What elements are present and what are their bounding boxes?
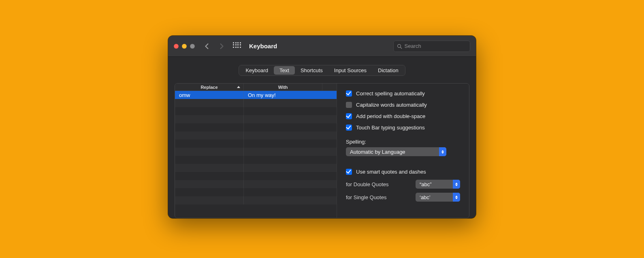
table-row-empty[interactable] (175, 115, 337, 123)
smart-quotes-checkbox[interactable] (346, 169, 352, 175)
double-quotes-label: for Double Quotes (346, 181, 389, 187)
with-cell[interactable]: On my way! (244, 91, 337, 99)
table-row-empty[interactable] (175, 172, 337, 180)
table-row-empty[interactable] (175, 131, 337, 140)
spelling-value: Automatic by Language (350, 149, 405, 155)
single-quotes-label: for Single Quotes (346, 194, 386, 200)
double-space-period-row[interactable]: Add period with double-space (346, 110, 460, 122)
single-quotes-value: ‘abc’ (420, 194, 431, 200)
spelling-select[interactable]: Automatic by Language (346, 147, 446, 156)
table-row-empty[interactable] (175, 164, 337, 172)
double-space-period-checkbox[interactable] (346, 113, 352, 119)
minimize-window-button[interactable] (182, 44, 187, 49)
tab-dictation[interactable]: Dictation (372, 66, 404, 75)
correct-spelling-label: Correct spelling automatically (356, 90, 425, 97)
table-row-empty[interactable] (175, 148, 337, 156)
table-row-empty[interactable] (175, 188, 337, 196)
table-row-empty[interactable] (175, 156, 337, 164)
nav-back-button[interactable] (201, 41, 213, 52)
search-field-wrap[interactable] (393, 41, 470, 52)
select-stepper-icon (453, 193, 460, 202)
zoom-window-button[interactable] (190, 44, 195, 49)
tab-text[interactable]: Text (274, 66, 295, 75)
spelling-label: Spelling: (346, 139, 460, 145)
replacements-table: Replace With omwOn my way! (175, 84, 337, 218)
select-stepper-icon (439, 147, 446, 156)
capitalize-words-label: Capitalize words automatically (356, 102, 427, 108)
search-icon (397, 43, 402, 49)
sort-caret-icon (237, 86, 240, 88)
double-quotes-select[interactable]: “abc” (416, 180, 460, 189)
col-spacer (322, 84, 337, 90)
traffic-lights (174, 44, 195, 49)
tab-keyboard[interactable]: Keyboard (240, 66, 274, 75)
close-window-button[interactable] (174, 44, 179, 49)
table-row-empty[interactable] (175, 99, 337, 107)
double-space-period-label: Add period with double-space (356, 113, 425, 119)
table-row-empty[interactable] (175, 107, 337, 115)
touch-bar-suggestions-row[interactable]: Touch Bar typing suggestions (346, 122, 460, 133)
table-body[interactable]: omwOn my way! (175, 91, 337, 218)
tab-input-sources[interactable]: Input Sources (328, 66, 372, 75)
text-settings: Correct spelling automatically Capitaliz… (337, 84, 469, 218)
correct-spelling-row[interactable]: Correct spelling automatically (346, 88, 460, 99)
titlebar: Keyboard (168, 36, 476, 57)
window-title: Keyboard (249, 43, 277, 49)
table-row-empty[interactable] (175, 180, 337, 188)
single-quotes-select[interactable]: ‘abc’ (416, 193, 460, 202)
select-stepper-icon (453, 180, 460, 189)
nav-forward-button[interactable] (216, 41, 227, 52)
svg-line-1 (401, 47, 402, 48)
col-with-header[interactable]: With (244, 84, 322, 90)
touch-bar-suggestions-label: Touch Bar typing suggestions (356, 125, 425, 131)
smart-quotes-row[interactable]: Use smart quotes and dashes (346, 166, 460, 177)
replace-cell[interactable]: omw (175, 91, 244, 99)
col-replace-header[interactable]: Replace (175, 84, 244, 90)
search-input[interactable] (405, 43, 467, 49)
show-all-prefs-button[interactable] (233, 42, 241, 50)
chevron-right-icon (219, 43, 224, 49)
preferences-window: Keyboard Keyboard Text Shortcuts Input S… (168, 36, 476, 218)
table-row[interactable]: omwOn my way! (175, 91, 337, 99)
capitalize-words-checkbox[interactable] (346, 102, 352, 108)
col-with-label: With (278, 85, 288, 90)
capitalize-words-row[interactable]: Capitalize words automatically (346, 99, 460, 110)
smart-quotes-label: Use smart quotes and dashes (356, 169, 426, 175)
touch-bar-suggestions-checkbox[interactable] (346, 125, 352, 131)
table-header: Replace With (175, 84, 337, 91)
double-quotes-row: for Double Quotes “abc” (346, 178, 460, 190)
correct-spelling-checkbox[interactable] (346, 90, 352, 97)
tab-bar: Keyboard Text Shortcuts Input Sources Di… (239, 65, 405, 76)
text-pane: Replace With omwOn my way! Correct spell… (175, 83, 469, 218)
tab-shortcuts[interactable]: Shortcuts (295, 66, 328, 75)
col-replace-label: Replace (200, 85, 218, 90)
double-quotes-value: “abc” (420, 181, 432, 187)
chevron-left-icon (204, 43, 210, 49)
table-row-empty[interactable] (175, 140, 337, 148)
single-quotes-row: for Single Quotes ‘abc’ (346, 191, 460, 203)
content-area: Keyboard Text Shortcuts Input Sources Di… (168, 57, 476, 218)
table-row-empty[interactable] (175, 123, 337, 131)
table-row-empty[interactable] (175, 196, 337, 204)
